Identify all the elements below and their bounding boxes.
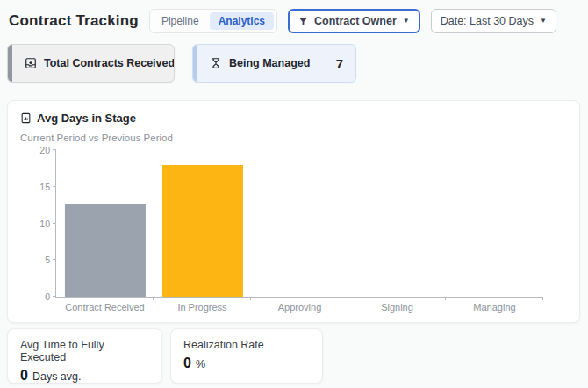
filter-funnel-icon — [298, 17, 308, 26]
chart-category-slot: Managing — [446, 150, 543, 297]
realization-rate-card: Realization Rate 0 % — [170, 328, 323, 384]
x-axis-category-label: Contract Received — [56, 302, 154, 313]
tab-analytics[interactable]: Analytics — [210, 12, 274, 30]
hourglass-icon — [210, 57, 222, 69]
card-value-row: 0 Days avg. — [20, 368, 149, 384]
stat-card-total-contracts-received[interactable]: Total Contracts Received 4 — [7, 44, 175, 83]
x-axis-category-label: Managing — [446, 302, 543, 313]
x-axis-tick-mark — [153, 297, 154, 300]
x-axis-tick-mark — [542, 297, 543, 300]
stat-card-being-managed[interactable]: Being Managed 7 — [192, 44, 356, 83]
x-axis-tick-mark — [348, 297, 348, 300]
contract-owner-dropdown-label: Contract Owner — [314, 15, 397, 27]
x-axis-category-label: Approving — [251, 302, 348, 313]
y-axis-tick-label: 10 — [39, 219, 50, 229]
view-tab-group: Pipeline Analytics — [149, 9, 277, 33]
bar-chart-plot: 05101520Contract ReceivedIn ProgressAppr… — [55, 150, 543, 298]
header: Contract Tracking Pipeline Analytics Con… — [0, 0, 588, 40]
x-axis-tick-mark — [445, 297, 446, 300]
chart-category-slot: In Progress — [154, 150, 251, 297]
contract-owner-dropdown[interactable]: Contract Owner ▼ — [288, 9, 420, 33]
inbox-icon — [25, 57, 37, 69]
card-unit: Days avg. — [32, 370, 82, 383]
bottom-cards-row: Avg Time to Fully Executed 0 Days avg. R… — [7, 328, 323, 384]
date-range-dropdown[interactable]: Date: Last 30 Days ▼ — [431, 9, 556, 33]
stat-accent-bar — [8, 45, 12, 82]
stat-value: 7 — [336, 56, 343, 71]
x-axis-tick-mark — [250, 297, 251, 300]
chart-category-slot: Approving — [251, 150, 348, 297]
card-title: Realization Rate — [183, 339, 310, 351]
chevron-down-icon: ▼ — [540, 18, 547, 25]
avg-time-to-fully-executed-card: Avg Time to Fully Executed 0 Days avg. — [7, 328, 162, 384]
chart-category-slot: Contract Received — [56, 150, 154, 297]
x-axis-category-label: In Progress — [154, 302, 251, 313]
chart-subtitle: Current Period vs Previous Period — [20, 133, 567, 143]
chart-category-slot: Signing — [348, 150, 446, 297]
page-title: Contract Tracking — [9, 12, 139, 30]
avg-days-in-stage-card: Avg Days in Stage Current Period vs Prev… — [7, 100, 580, 323]
y-axis-tick-label: 5 — [45, 255, 50, 265]
stat-label: Being Managed — [229, 57, 310, 69]
card-unit: % — [196, 358, 205, 370]
date-range-dropdown-label: Date: Last 30 Days — [441, 15, 534, 27]
y-axis-tick-label: 15 — [39, 182, 50, 192]
card-value-row: 0 % — [183, 356, 310, 371]
y-axis-tick-label: 0 — [45, 291, 50, 302]
chart-title-row: Avg Days in Stage — [20, 111, 567, 125]
chevron-down-icon: ▼ — [403, 18, 410, 25]
stats-row: Total Contracts Received 4 Being Managed… — [0, 40, 588, 83]
y-axis-tick-label: 20 — [39, 145, 50, 155]
bar-in-progress[interactable] — [161, 165, 242, 297]
card-title: Avg Time to Fully Executed — [20, 339, 149, 363]
chart-title: Avg Days in Stage — [37, 111, 136, 125]
stat-accent-bar — [193, 45, 197, 82]
bar-contract-received[interactable] — [64, 204, 145, 297]
x-axis-category-label: Signing — [348, 302, 446, 313]
stat-label: Total Contracts Received — [44, 57, 175, 69]
tab-pipeline[interactable]: Pipeline — [153, 12, 208, 30]
document-chart-icon — [20, 112, 32, 124]
card-value: 0 — [20, 368, 28, 384]
card-value: 0 — [183, 356, 191, 371]
